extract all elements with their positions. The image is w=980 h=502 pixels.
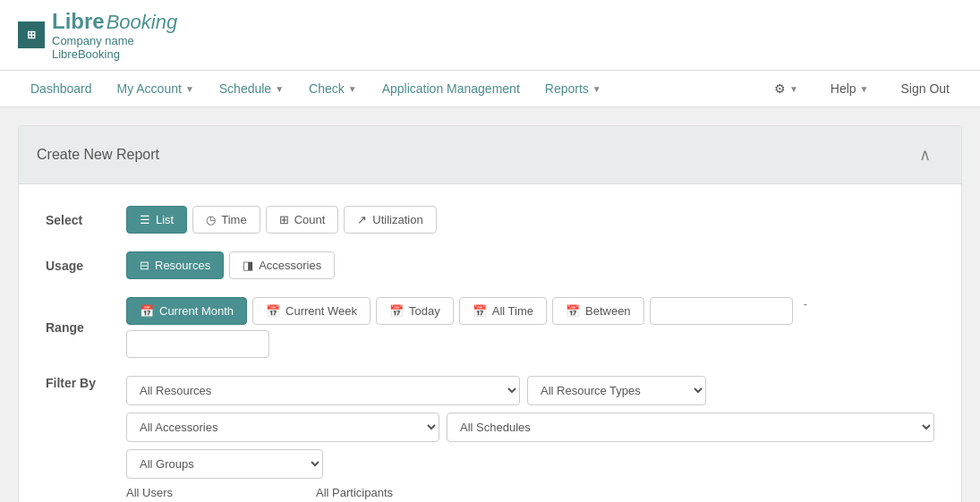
cal-icon-2: 📅	[266, 304, 280, 318]
main-content: Create New Report ∧ Select ☰ List ◷ Time	[0, 107, 980, 502]
filter-grid: All Resources All Resource Types All Acc…	[126, 376, 934, 502]
logo-libre: Libre	[52, 9, 105, 34]
schedule-dropdown-arrow: ▼	[275, 84, 284, 94]
between-button[interactable]: 📅 Between	[552, 297, 644, 325]
range-end-input[interactable]	[126, 330, 269, 358]
logo-icon-grid: ⊞	[27, 29, 36, 41]
navbar: Dashboard My Account ▼ Schedule ▼ Check …	[0, 71, 980, 107]
nav-schedule[interactable]: Schedule ▼	[207, 71, 296, 106]
users-section: All Users All Participants All Users All…	[126, 486, 934, 502]
card-header: Create New Report ∧	[19, 126, 961, 184]
nav-gear[interactable]: ⚙ ▼	[762, 71, 811, 106]
cal-icon-5: 📅	[566, 304, 580, 318]
gear-icon: ⚙	[774, 81, 786, 96]
utilization-button[interactable]: ↗ Utilization	[344, 206, 436, 234]
all-resources-select[interactable]: All Resources	[126, 376, 520, 405]
filter-row-3: All Groups	[126, 449, 934, 479]
collapse-button[interactable]: ∧	[907, 139, 943, 171]
list-icon: ☰	[140, 213, 150, 226]
resources-button[interactable]: ⊟ Resources	[126, 251, 224, 279]
nav-reports[interactable]: Reports ▼	[533, 71, 614, 106]
range-row: Range 📅 Current Month 📅 Current Week 📅 T…	[46, 297, 934, 358]
nav-help[interactable]: Help ▼	[818, 71, 882, 106]
reports-dropdown-arrow: ▼	[592, 84, 601, 94]
accessories-button[interactable]: ◨ Accessories	[229, 251, 335, 279]
select-btn-group: ☰ List ◷ Time ⊞ Count ↗ Utilization	[126, 206, 437, 234]
filter-row: Filter By All Resources All Resource Typ…	[46, 376, 934, 502]
range-start-input[interactable]	[650, 297, 793, 325]
range-btn-group: 📅 Current Month 📅 Current Week 📅 Today 📅…	[126, 297, 934, 358]
select-row: Select ☰ List ◷ Time ⊞ Count ↗	[46, 206, 934, 234]
all-participants-label: All Participants	[316, 486, 393, 499]
cal-icon-4: 📅	[473, 304, 487, 318]
header: ⊞ Libre Booking Company name LibreBookin…	[0, 0, 980, 71]
card-title: Create New Report	[37, 147, 159, 163]
time-button[interactable]: ◷ Time	[192, 206, 260, 234]
company-brand-text: LibreBooking	[52, 47, 120, 61]
accessories-icon: ◨	[243, 259, 253, 272]
count-icon: ⊞	[279, 213, 289, 226]
logo-text-area: Libre Booking Company name LibreBooking	[52, 9, 177, 61]
resource-icon: ⊟	[140, 259, 149, 272]
all-resource-types-select[interactable]: All Resource Types	[527, 376, 706, 405]
nav-my-account[interactable]: My Account ▼	[105, 71, 207, 106]
users-label-row: All Users All Participants	[126, 486, 934, 499]
nav-right: ⚙ ▼ Help ▼ Sign Out	[762, 71, 962, 106]
company-name: Company name LibreBooking	[52, 34, 177, 61]
today-button[interactable]: 📅 Today	[376, 297, 454, 325]
cal-icon-3: 📅	[389, 304, 404, 318]
filter-row-1: All Resources All Resource Types	[126, 376, 934, 405]
company-name-text: Company name	[52, 34, 134, 47]
my-account-dropdown-arrow: ▼	[185, 84, 194, 94]
all-schedules-select[interactable]: All Schedules	[447, 413, 934, 442]
nav-left: Dashboard My Account ▼ Schedule ▼ Check …	[18, 71, 614, 106]
usage-btn-group: ⊟ Resources ◨ Accessories	[126, 251, 335, 279]
usage-label: Usage	[46, 259, 126, 273]
gear-dropdown-arrow: ▼	[789, 84, 798, 94]
current-month-button[interactable]: 📅 Current Month	[126, 297, 247, 325]
filter-row-2: All Accessories All Schedules	[126, 413, 934, 442]
create-report-card: Create New Report ∧ Select ☰ List ◷ Time	[18, 125, 962, 502]
range-label: Range	[46, 320, 126, 335]
logo-area: ⊞ Libre Booking Company name LibreBookin…	[18, 9, 177, 61]
filter-label: Filter By	[46, 376, 126, 390]
list-button[interactable]: ☰ List	[126, 206, 187, 234]
logo-booking: Booking	[107, 11, 178, 34]
time-icon: ◷	[206, 213, 216, 226]
check-dropdown-arrow: ▼	[348, 84, 357, 94]
cal-icon-1: 📅	[140, 304, 154, 318]
all-users-label: All Users	[126, 486, 173, 499]
nav-signout[interactable]: Sign Out	[889, 71, 962, 106]
help-dropdown-arrow: ▼	[860, 84, 869, 94]
nav-check[interactable]: Check ▼	[296, 71, 370, 106]
count-button[interactable]: ⊞ Count	[266, 206, 339, 234]
range-separator: -	[798, 297, 814, 325]
all-groups-select[interactable]: All Groups	[126, 449, 323, 479]
card-body: Select ☰ List ◷ Time ⊞ Count ↗	[19, 184, 961, 502]
usage-row: Usage ⊟ Resources ◨ Accessories	[46, 251, 934, 279]
select-label: Select	[46, 213, 126, 227]
current-week-button[interactable]: 📅 Current Week	[252, 297, 371, 325]
nav-dashboard[interactable]: Dashboard	[18, 71, 105, 106]
nav-application-management[interactable]: Application Management	[370, 71, 533, 106]
logo-icon: ⊞	[18, 21, 45, 48]
all-accessories-select[interactable]: All Accessories	[126, 413, 439, 442]
all-time-button[interactable]: 📅 All Time	[459, 297, 547, 325]
util-icon: ↗	[357, 213, 367, 226]
